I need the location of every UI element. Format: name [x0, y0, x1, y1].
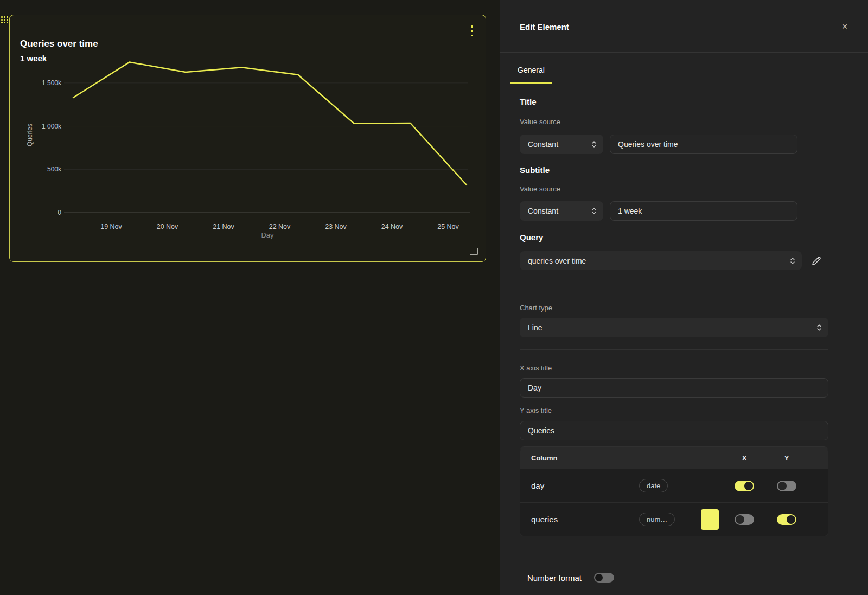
subtitle-value-input[interactable]: 1 week	[610, 201, 797, 221]
chevron-up-down-icon	[790, 257, 795, 265]
columns-table: Column X Y daydatequeriesnum…	[520, 446, 828, 536]
y-toggle-day[interactable]	[777, 481, 796, 491]
section-divider	[520, 349, 828, 350]
panel-title: Edit Element	[520, 22, 569, 31]
svg-text:23 Nov: 23 Nov	[325, 223, 347, 231]
dashboard-canvas: Queries over time 1 week 0500k1 000k1 50…	[0, 0, 500, 595]
svg-text:500k: 500k	[47, 165, 62, 173]
column-header: Column	[520, 454, 639, 462]
subtitle-source-select[interactable]: Constant	[520, 201, 603, 221]
subtitle-source-value: Constant	[528, 207, 558, 215]
y-axis-title-input[interactable]: Queries	[520, 421, 828, 440]
svg-text:20 Nov: 20 Nov	[157, 223, 178, 231]
query-select-value: queries over time	[528, 257, 586, 265]
header-divider	[500, 52, 868, 53]
title-value-input[interactable]: Queries over time	[610, 135, 797, 154]
section-divider	[520, 547, 828, 547]
type-badge: date	[639, 479, 668, 492]
chart-card[interactable]: Queries over time 1 week 0500k1 000k1 50…	[9, 15, 486, 262]
svg-text:1 000k: 1 000k	[42, 123, 62, 130]
subtitle-section-heading: Subtitle	[520, 165, 550, 175]
edit-query-pencil-icon[interactable]	[810, 254, 823, 267]
svg-text:Day: Day	[261, 231, 274, 239]
title-source-value: Constant	[528, 140, 558, 149]
edit-element-panel: Edit Element ✕ General Title Value sourc…	[500, 0, 868, 595]
chevron-up-down-icon	[591, 207, 597, 215]
columns-table-header: Column X Y	[520, 447, 828, 469]
svg-text:24 Nov: 24 Nov	[381, 223, 403, 231]
y-header: Y	[765, 454, 808, 462]
y-axis-title-label: Y axis title	[520, 406, 552, 414]
title-section-heading: Title	[520, 97, 537, 106]
chevron-up-down-icon	[591, 140, 597, 149]
svg-text:22 Nov: 22 Nov	[269, 223, 291, 231]
y-toggle-queries[interactable]	[777, 514, 796, 525]
chart-type-label: Chart type	[520, 304, 552, 312]
tab-general[interactable]: General	[510, 66, 552, 84]
title-source-select[interactable]: Constant	[520, 135, 603, 154]
title-value-source-label: Value source	[520, 118, 560, 126]
number-format-label: Number format	[527, 573, 582, 583]
subtitle-value-source-label: Value source	[520, 185, 560, 193]
column-name: day	[520, 481, 639, 490]
x-axis-title-label: X axis title	[520, 364, 552, 372]
query-select[interactable]: queries over time	[520, 251, 802, 270]
chart-type-value: Line	[528, 323, 542, 332]
chart-type-select[interactable]: Line	[520, 318, 828, 337]
series-color-swatch[interactable]	[701, 509, 719, 530]
line-chart: 0500k1 000k1 500k19 Nov20 Nov21 Nov22 No…	[10, 15, 486, 248]
number-format-toggle[interactable]	[594, 573, 614, 583]
svg-text:1 500k: 1 500k	[42, 79, 62, 87]
x-toggle-queries[interactable]	[735, 514, 754, 525]
column-name: queries	[520, 515, 639, 524]
close-icon[interactable]: ✕	[840, 22, 850, 31]
svg-text:21 Nov: 21 Nov	[213, 223, 234, 231]
table-row-queries: queriesnum…	[520, 502, 828, 536]
svg-text:Queries: Queries	[26, 124, 34, 146]
query-section-heading: Query	[520, 233, 543, 242]
svg-text:25 Nov: 25 Nov	[437, 223, 459, 231]
type-badge: num…	[639, 513, 675, 526]
svg-text:0: 0	[58, 209, 61, 216]
x-axis-title-input[interactable]: Day	[520, 378, 828, 398]
chevron-up-down-icon	[816, 323, 822, 332]
resize-handle[interactable]	[470, 248, 478, 255]
x-header: X	[723, 454, 765, 462]
svg-text:19 Nov: 19 Nov	[100, 223, 122, 231]
x-toggle-day[interactable]	[735, 481, 754, 491]
drag-handle-icon[interactable]	[1, 16, 9, 24]
table-row-day: daydate	[520, 469, 828, 502]
